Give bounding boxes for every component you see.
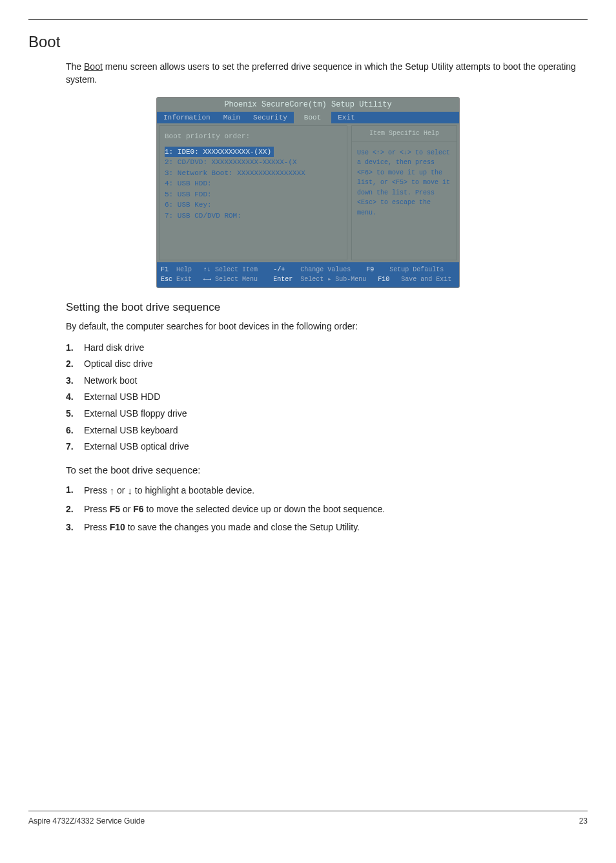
foot-select: Select xyxy=(300,276,323,283)
foot-enter: Enter xyxy=(273,276,293,283)
bios-item-5: 5: USB FDD: xyxy=(165,189,342,200)
foot-f10: F10 xyxy=(378,276,389,283)
bios-help-title: Item Specific Help xyxy=(352,126,457,141)
list-item: Network boot xyxy=(66,373,588,390)
boot-order-list: Hard disk drive Optical disc drive Netwo… xyxy=(66,340,588,455)
foot-select-item: Select Item xyxy=(215,266,258,273)
step2-post: to move the selected device up or down t… xyxy=(144,504,385,514)
step2-pre: Press xyxy=(84,504,110,514)
bios-screenshot: Phoenix SecureCore(tm) Setup Utility Inf… xyxy=(156,97,460,289)
step3-f10: F10 xyxy=(110,522,125,532)
intro-boot-underline: Boot xyxy=(84,61,103,72)
bios-left-panel: Boot priority order: 1: IDE0: XXXXXXXXXX… xyxy=(159,125,347,261)
list-item: Optical disc drive xyxy=(66,356,588,373)
list-item: External USB floppy drive xyxy=(66,406,588,422)
bios-tab-security: Security xyxy=(247,112,294,123)
bios-footer: F1 Help ↑↓ Select Item -/+ Change Values… xyxy=(157,262,459,287)
foot-f9: F9 xyxy=(366,266,374,273)
footer-left: Aspire 4732Z/4332 Service Guide xyxy=(28,816,145,826)
intro-paragraph: The Boot menu screen allows users to set… xyxy=(66,60,588,87)
foot-minusplus: -/+ xyxy=(273,266,285,273)
bios-priority-label: Boot priority order: xyxy=(165,132,342,140)
page-footer: Aspire 4732Z/4332 Service Guide 23 xyxy=(28,816,588,826)
foot-help: Help xyxy=(176,266,192,273)
step-1: Press ↑ or ↓ to highlight a bootable dev… xyxy=(66,481,588,500)
updown-icon: ↑↓ xyxy=(203,266,211,273)
foot-select-menu: Select Menu xyxy=(215,276,258,283)
foot-exit: Exit xyxy=(176,276,192,283)
step-3: Press F10 to save the changes you made a… xyxy=(66,518,588,536)
step3-post: to save the changes you made and close t… xyxy=(125,522,360,532)
bios-tab-main: Main xyxy=(217,112,247,123)
bios-item-4: 4: USB HDD: xyxy=(165,178,342,189)
up-arrow-icon: ↑ xyxy=(110,484,115,498)
steps-heading: To set the boot drive sequence: xyxy=(66,464,588,475)
bios-help-text: Use <↑> or <↓> to select a device, then … xyxy=(357,148,451,218)
step1-post: to highlight a bootable device. xyxy=(132,485,254,495)
foot-setup-defaults: Setup Defaults xyxy=(389,266,444,273)
step1-pre: Press xyxy=(84,485,110,495)
list-item: External USB optical drive xyxy=(66,439,588,455)
bios-right-panel: Item Specific Help Use <↑> or <↓> to sel… xyxy=(351,125,457,261)
foot-change: Change Values xyxy=(300,266,351,273)
foot-save-exit: Save and Exit xyxy=(401,276,451,283)
bios-item-7: 7: USB CD/DVD ROM: xyxy=(165,211,342,222)
steps-list: Press ↑ or ↓ to highlight a bootable dev… xyxy=(66,481,588,536)
footer-rule xyxy=(28,811,588,811)
section-heading-boot: Boot xyxy=(28,33,588,51)
foot-f1: F1 xyxy=(161,266,169,273)
step2-mid: or xyxy=(120,504,133,514)
bios-tabs: Information Main Security Boot Exit xyxy=(157,112,459,123)
top-rule xyxy=(28,19,588,20)
step2-f6: F6 xyxy=(133,504,143,514)
down-arrow-icon: ↓ xyxy=(127,484,132,498)
list-item: Hard disk drive xyxy=(66,340,588,357)
foot-submenu: ▸ Sub-Menu xyxy=(327,276,366,283)
step-2: Press F5 or F6 to move the selected devi… xyxy=(66,500,588,518)
bios-item-2: 2: CD/DVD: XXXXXXXXXXX-XXXXX-(X xyxy=(165,157,342,168)
intro-pre: The xyxy=(66,61,84,72)
bios-tab-exit: Exit xyxy=(331,112,361,123)
intro-post: menu screen allows users to set the pref… xyxy=(66,61,576,85)
bios-boot-list: 1: IDE0: XXXXXXXXXXX-(XX) 2: CD/DVD: XXX… xyxy=(165,147,342,222)
bios-tab-boot: Boot xyxy=(294,112,331,123)
bios-item-6: 6: USB Key: xyxy=(165,200,342,211)
default-order-para: By default, the computer searches for bo… xyxy=(66,320,588,333)
bios-item-3: 3: Network Boot: XXXXXXXXXXXXXXXX xyxy=(165,168,342,179)
step1-mid: or xyxy=(114,485,127,495)
bios-item-1: 1: IDE0: XXXXXXXXXXX-(XX) xyxy=(165,147,274,158)
footer-page-number: 23 xyxy=(579,816,588,826)
bios-tab-information: Information xyxy=(157,112,217,123)
step3-pre: Press xyxy=(84,522,110,532)
list-item: External USB HDD xyxy=(66,389,588,406)
leftright-icon: ←→ xyxy=(203,276,211,283)
subheading-setting-boot: Setting the boot drive sequence xyxy=(66,301,588,314)
bios-title: Phoenix SecureCore(tm) Setup Utility xyxy=(157,98,459,112)
step2-f5: F5 xyxy=(110,504,120,514)
list-item: External USB keyboard xyxy=(66,422,588,439)
foot-esc: Esc xyxy=(161,276,172,283)
